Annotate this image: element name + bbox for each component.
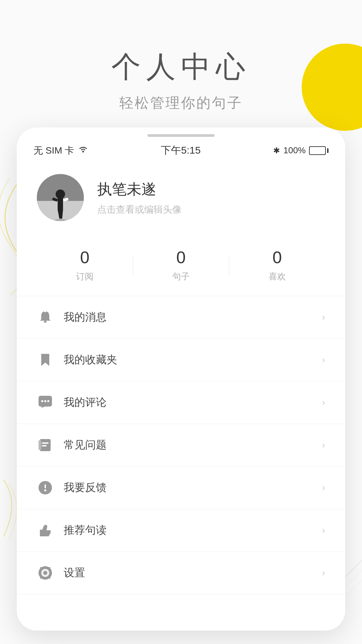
stat-sentences-number: 0: [176, 248, 186, 267]
svg-rect-29: [45, 566, 46, 569]
svg-point-28: [43, 571, 47, 575]
stats-section: 0 订阅 0 句子 0 喜欢: [17, 238, 345, 296]
profile-name: 执笔未遂: [97, 179, 182, 199]
svg-rect-7: [58, 198, 63, 211]
menu-favorites-arrow: ›: [322, 355, 325, 365]
stat-likes-label: 喜欢: [268, 271, 286, 282]
status-time: 下午5:15: [161, 144, 200, 157]
menu-comments-label: 我的评论: [64, 395, 322, 410]
battery-body: [309, 146, 326, 155]
bluetooth-icon: ✱: [273, 146, 280, 155]
svg-rect-21: [42, 445, 47, 446]
avatar[interactable]: [37, 174, 84, 221]
menu-item-messages[interactable]: 我的消息 ›: [17, 296, 345, 339]
battery-icon: [309, 146, 328, 155]
menu-item-feedback[interactable]: 我要反馈 ›: [17, 467, 345, 509]
svg-point-25: [44, 489, 46, 491]
page-subtitle: 轻松管理你的句子: [111, 94, 251, 112]
svg-rect-32: [49, 572, 52, 574]
help-icon: [37, 437, 54, 453]
menu-group-2: 常见问题 › 我要反馈 ›: [17, 424, 345, 594]
stat-subscribe-label: 订阅: [76, 271, 94, 282]
menu-settings-label: 设置: [64, 566, 322, 580]
menu-faq-arrow: ›: [322, 440, 325, 450]
background-page: 个人中心 轻松管理你的句子 无 SIM 卡 下午5:15: [0, 0, 362, 644]
svg-point-3: [82, 151, 84, 153]
svg-rect-20: [42, 442, 49, 444]
menu-favorites-label: 我的收藏夹: [64, 353, 322, 367]
menu-comments-arrow: ›: [322, 397, 325, 408]
stat-subscribe-number: 0: [80, 248, 89, 267]
svg-point-18: [47, 400, 49, 402]
phone-content: 执笔未遂 点击查看或编辑头像 0 订阅 0 句子 0 喜欢: [17, 161, 345, 631]
phone-mockup: 无 SIM 卡 下午5:15 ✱ 100%: [17, 127, 345, 631]
battery-percent: 100%: [283, 145, 306, 156]
phone-notch: [147, 134, 215, 137]
yellow-circle-decoration: [302, 44, 362, 131]
menu-faq-label: 常见问题: [64, 438, 322, 452]
thumbup-icon: [37, 522, 54, 539]
battery-tip: [327, 148, 328, 153]
stat-subscribe[interactable]: 0 订阅: [37, 248, 133, 282]
bookmark-icon: [37, 352, 54, 368]
menu-group-1: 我的消息 › 我的收藏夹 ›: [17, 296, 345, 424]
svg-rect-13: [44, 321, 47, 323]
svg-point-14: [44, 310, 46, 312]
menu-recommend-label: 推荐句读: [64, 523, 322, 538]
sim-status: 无 SIM 卡: [34, 144, 74, 157]
status-right: ✱ 100%: [273, 145, 328, 156]
status-bar: 无 SIM 卡 下午5:15 ✱ 100%: [17, 140, 345, 161]
svg-point-10: [56, 190, 65, 199]
menu-item-recommend[interactable]: 推荐句读 ›: [17, 509, 345, 552]
svg-point-16: [41, 400, 43, 402]
svg-rect-30: [45, 577, 46, 580]
stat-likes[interactable]: 0 喜欢: [229, 248, 325, 282]
menu-recommend-arrow: ›: [322, 525, 325, 536]
page-title-area: 个人中心 轻松管理你的句子: [111, 47, 251, 112]
menu-item-settings[interactable]: 设置 ›: [17, 552, 345, 594]
svg-point-17: [44, 400, 46, 402]
menu-messages-label: 我的消息: [64, 310, 322, 325]
menu-item-faq[interactable]: 常见问题 ›: [17, 424, 345, 467]
menu-feedback-arrow: ›: [322, 482, 325, 493]
stat-sentences-label: 句子: [172, 271, 190, 282]
profile-info: 执笔未遂 点击查看或编辑头像: [97, 179, 182, 216]
settings-icon: [37, 565, 54, 581]
status-left: 无 SIM 卡: [34, 144, 88, 157]
comment-icon: [37, 394, 54, 411]
profile-hint: 点击查看或编辑头像: [97, 203, 182, 216]
menu-messages-arrow: ›: [322, 312, 325, 323]
menu-settings-arrow: ›: [322, 568, 325, 578]
svg-rect-31: [39, 572, 41, 574]
stat-sentences[interactable]: 0 句子: [133, 248, 229, 282]
stat-likes-number: 0: [273, 248, 282, 267]
feedback-icon: [37, 479, 54, 496]
menu-feedback-label: 我要反馈: [64, 480, 322, 495]
phone-top-bar: [17, 127, 345, 140]
profile-section[interactable]: 执笔未遂 点击查看或编辑头像: [17, 161, 345, 238]
svg-rect-22: [39, 440, 41, 450]
bell-icon: [37, 309, 54, 326]
menu-item-comments[interactable]: 我的评论 ›: [17, 381, 345, 424]
page-title: 个人中心: [111, 47, 251, 87]
svg-rect-24: [45, 484, 46, 488]
menu-item-favorites[interactable]: 我的收藏夹 ›: [17, 339, 345, 381]
wifi-icon: [78, 145, 88, 156]
